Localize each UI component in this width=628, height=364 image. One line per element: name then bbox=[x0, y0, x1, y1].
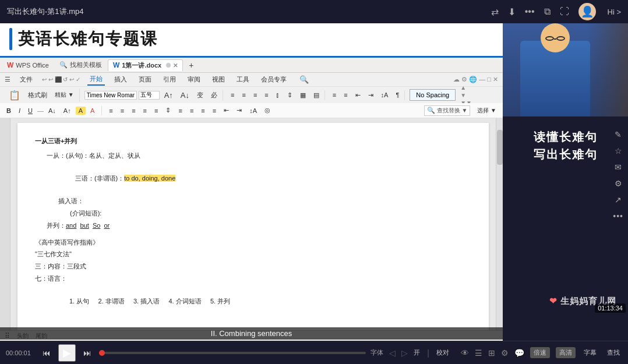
wps-tab-template[interactable]: 🔍 找相关模板 bbox=[55, 59, 107, 70]
font-family-input[interactable] bbox=[84, 91, 137, 100]
font-size-input[interactable] bbox=[139, 91, 160, 100]
doc-three: 三：内容：三段式 bbox=[35, 261, 471, 272]
menu-file[interactable]: 文件 bbox=[17, 74, 35, 85]
indent-inc-btn[interactable]: ⇥ bbox=[365, 90, 376, 100]
current-time: 00:00:01 bbox=[6, 349, 35, 356]
format-painter-btn[interactable]: 格式刷 bbox=[25, 90, 50, 101]
border-btn[interactable]: ▦ bbox=[297, 90, 309, 100]
spacing2-btn[interactable]: ⇕ bbox=[163, 105, 174, 115]
prev-frame-icon[interactable]: ◁ bbox=[389, 348, 396, 358]
scrollbar-thumb[interactable] bbox=[497, 130, 503, 165]
bold-btn[interactable]: B bbox=[3, 106, 14, 115]
align5-btn[interactable]: ≡ bbox=[151, 106, 161, 115]
extra-btn[interactable]: ↕A bbox=[246, 106, 260, 115]
list2-btn[interactable]: ≡ bbox=[198, 106, 207, 115]
align-center-btn[interactable]: ≡ bbox=[239, 90, 248, 100]
select-btn[interactable]: 选择 ▼ bbox=[474, 105, 499, 116]
expand-icon[interactable]: ↗ bbox=[613, 195, 623, 204]
symbol-btn[interactable]: ◎ bbox=[262, 105, 273, 115]
indent2-btn[interactable]: ⇥ bbox=[234, 105, 245, 115]
clear-format-btn2[interactable]: 必 bbox=[208, 90, 220, 101]
mail-icon[interactable]: ✉ bbox=[613, 162, 623, 172]
font-larger-btn[interactable]: A↑ bbox=[161, 90, 176, 101]
align3-btn[interactable]: ≡ bbox=[129, 106, 138, 115]
avatar: 👤 bbox=[578, 3, 596, 20]
find-btn[interactable]: 查找 bbox=[605, 347, 622, 358]
no-spacing-style[interactable]: No Spacing bbox=[410, 89, 456, 101]
menu-start[interactable]: 开始 bbox=[87, 73, 105, 86]
subtitle-btn[interactable]: 字幕 bbox=[581, 347, 599, 358]
align-right-btn[interactable]: ≡ bbox=[251, 90, 260, 100]
shading-btn[interactable]: ▤ bbox=[311, 90, 322, 100]
gear-icon[interactable]: ⚙ bbox=[613, 179, 623, 188]
highlight-btn[interactable]: A bbox=[76, 107, 86, 115]
top-bar: 写出长难句-第1讲.mp4 ⇄ ⬇ ••• ⧉ ⛶ 👤 Hi > bbox=[0, 0, 628, 23]
pip-icon[interactable]: ⧉ bbox=[544, 6, 551, 17]
font-style-btn[interactable]: 变 bbox=[194, 90, 206, 101]
doc-line-2: 三语：(非谓语)：to do, doing, done bbox=[47, 162, 471, 195]
col-btn[interactable]: ⫿ bbox=[273, 90, 283, 100]
heart-icon: ❤ bbox=[549, 296, 558, 306]
find-replace-label[interactable]: 查找替换 ▼ bbox=[437, 107, 468, 115]
spacing-btn[interactable]: ⇕ bbox=[284, 90, 295, 100]
align7-btn[interactable]: ≡ bbox=[187, 106, 196, 115]
wps-tab-add[interactable]: + bbox=[184, 59, 198, 71]
calibrate-label[interactable]: 校对 bbox=[436, 348, 449, 357]
star-icon[interactable]: ☆ bbox=[613, 146, 623, 156]
italic-btn[interactable]: I bbox=[16, 106, 23, 115]
menu-vip[interactable]: 会员专享 bbox=[259, 74, 289, 85]
align4-btn[interactable]: ≡ bbox=[140, 106, 150, 115]
font-size-ctrl[interactable]: 字体 bbox=[371, 348, 383, 357]
menu-insert[interactable]: 插入 bbox=[112, 74, 129, 85]
more-icon[interactable]: ••• bbox=[525, 6, 535, 17]
search-icon[interactable]: 🔍 bbox=[299, 75, 309, 84]
paste-btn[interactable]: 📋 bbox=[6, 89, 23, 102]
subscript-btn[interactable]: A↓ bbox=[45, 106, 59, 115]
list-num-btn[interactable]: ≡ bbox=[341, 90, 350, 100]
underline-btn[interactable]: U bbox=[25, 106, 36, 115]
list-btn[interactable]: ≡ bbox=[330, 90, 339, 100]
clear-format-btn[interactable]: 精贴 ▼ bbox=[52, 90, 77, 100]
fullscreen-icon[interactable]: ⛶ bbox=[560, 6, 569, 17]
menu-view[interactable]: 视图 bbox=[210, 74, 227, 85]
next-frame-icon[interactable]: ▷ bbox=[401, 348, 408, 358]
font-smaller-btn[interactable]: A↓ bbox=[178, 90, 192, 101]
edit-icon[interactable]: ✎ bbox=[613, 130, 623, 139]
next-btn[interactable]: ⏭ bbox=[80, 347, 94, 359]
menu-ref[interactable]: 引用 bbox=[161, 74, 178, 85]
para-mark-btn[interactable]: ¶ bbox=[393, 90, 402, 100]
wps-scrollbar[interactable] bbox=[496, 118, 503, 330]
menu-page[interactable]: 页面 bbox=[136, 74, 154, 85]
align-justify-btn[interactable]: ≡ bbox=[262, 90, 271, 100]
style-scroll[interactable]: ▲ ▼ ▼▼ bbox=[460, 84, 472, 106]
indent1-btn[interactable]: ⇤ bbox=[221, 105, 232, 115]
download-icon[interactable]: ⬇ bbox=[508, 6, 516, 17]
align1-btn[interactable]: ≡ bbox=[106, 106, 115, 115]
play-btn[interactable]: ▶ bbox=[58, 344, 76, 362]
superscript-btn[interactable]: A↑ bbox=[61, 106, 74, 115]
hamburger-icon[interactable]: ☰ bbox=[5, 76, 10, 83]
more-dots-icon[interactable]: ••• bbox=[613, 211, 623, 221]
align-left-btn[interactable]: ≡ bbox=[228, 90, 237, 100]
tab-close-btn[interactable]: ✕ bbox=[173, 62, 178, 69]
wps-tab-office[interactable]: W WPS Office bbox=[2, 60, 54, 70]
wps-tab-doc[interactable]: W 1第一讲.docx ✕ bbox=[108, 59, 183, 71]
progress-bar[interactable] bbox=[99, 352, 366, 354]
share-icon[interactable]: ⇄ bbox=[491, 6, 499, 17]
align2-btn[interactable]: ≡ bbox=[118, 106, 127, 115]
start-label[interactable]: 开 bbox=[414, 348, 420, 357]
speed-btn[interactable]: 倍速 bbox=[530, 347, 550, 358]
sort-btn[interactable]: ↕A bbox=[378, 90, 391, 100]
hi-label[interactable]: Hi > bbox=[608, 8, 621, 16]
quality-btn[interactable]: 高清 bbox=[556, 347, 576, 358]
search-box-mini[interactable]: 🔍 查找替换 ▼ bbox=[424, 105, 471, 116]
menu-review[interactable]: 审阅 bbox=[185, 74, 203, 85]
list3-btn[interactable]: ≡ bbox=[210, 106, 219, 115]
para-group: ≡ ≡ ≡ ≡ ⫿ ⇕ ▦ ▤ bbox=[225, 90, 325, 100]
align6-btn[interactable]: ≡ bbox=[175, 106, 185, 115]
menu-tools[interactable]: 工具 bbox=[234, 74, 252, 85]
subtitle-text: II. Combining sentences bbox=[211, 329, 292, 338]
font-color-btn[interactable]: A bbox=[87, 106, 97, 115]
indent-dec-btn[interactable]: ⇤ bbox=[352, 90, 364, 100]
prev-btn[interactable]: ⏮ bbox=[40, 347, 54, 359]
